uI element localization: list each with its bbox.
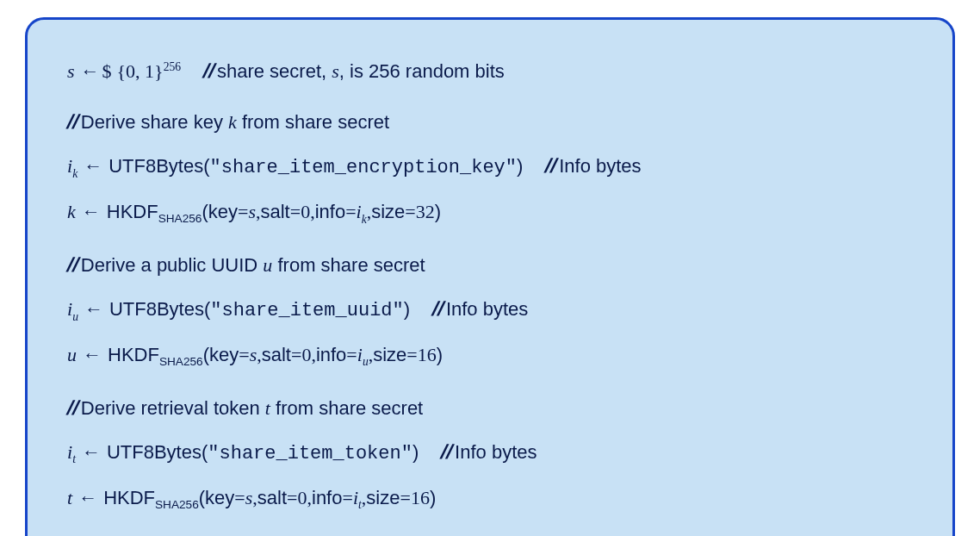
arrow: ←: [78, 296, 109, 322]
bit-set: {0, 1}256: [117, 59, 182, 84]
line-ik-assign: ik ← UTF8Bytes ( "share_item_encryption_…: [67, 153, 913, 182]
param-key: key: [208, 199, 238, 225]
comment: // Info bytes: [441, 439, 537, 465]
comment-text: Derive a public UUID u from share secret: [81, 252, 425, 278]
string-literal: "share_item_token": [208, 441, 412, 467]
line-it-assign: it ← UTF8Bytes ( "share_item_token" ) //…: [67, 439, 913, 468]
comment: // Info bytes: [545, 153, 641, 179]
comment-text: Derive retrieval token t from share secr…: [81, 396, 423, 421]
var-s: s: [67, 59, 75, 84]
random-marker: $: [102, 59, 112, 84]
comment-slash-icon: //: [65, 109, 82, 135]
comment: // share secret, s, is 256 random bits: [203, 58, 505, 84]
comment-slash-icon: //: [544, 153, 561, 179]
comment-text: Info bytes: [455, 439, 537, 465]
arrow: ←: [72, 485, 103, 511]
line-u-assign: u ← HKDFSHA256 ( key = s, salt = 0, info…: [67, 342, 913, 371]
line-sample-s: s ← $ {0, 1}256 // share secret, s, is 2…: [67, 58, 913, 84]
comment: // Derive share key k from share secret: [67, 109, 389, 135]
param-size: size: [371, 199, 405, 225]
comment-slash-icon: //: [431, 296, 447, 322]
param-info: info: [315, 199, 345, 225]
fn-utf8bytes: UTF8Bytes: [109, 296, 204, 322]
var-it: it: [67, 439, 76, 468]
line-iu-assign: iu ← UTF8Bytes ( "share_item_uuid" ) // …: [67, 296, 913, 325]
line-t-assign: t ← HKDFSHA256 ( key = s, salt = 0, info…: [67, 485, 913, 514]
comment-text: Derive share key k from share secret: [81, 109, 389, 135]
comment-slash-icon: //: [65, 395, 82, 421]
comment-slash-icon: //: [202, 58, 218, 84]
comment: // Derive a public UUID u from share sec…: [67, 252, 425, 278]
comment: // Info bytes: [432, 296, 528, 322]
string-literal: "share_item_encryption_key": [210, 155, 517, 181]
comment: // Derive retrieval token t from share s…: [67, 395, 423, 421]
line-k-assign: k ← HKDFSHA256 ( key = s, salt = 0, info…: [67, 199, 913, 227]
section-heading-t: // Derive retrieval token t from share s…: [67, 395, 913, 421]
comment-text: Info bytes: [559, 153, 641, 179]
comment-slash-icon: //: [65, 252, 82, 278]
fn-hkdf: HKDFSHA256: [108, 342, 203, 371]
fn-hkdf: HKDFSHA256: [103, 485, 199, 514]
section-heading-u: // Derive a public UUID u from share sec…: [67, 252, 913, 278]
comment-text: share secret, s, is 256 random bits: [217, 59, 505, 84]
fn-utf8bytes: UTF8Bytes: [107, 439, 202, 465]
comment-slash-icon: //: [440, 439, 456, 465]
arrow: ←: [77, 342, 108, 368]
arrow: ←: [76, 439, 107, 465]
arrow: ←: [78, 153, 109, 179]
section-heading-k: // Derive share key k from share secret: [67, 109, 913, 135]
comment-text: Info bytes: [446, 296, 528, 322]
var-iu: iu: [67, 296, 78, 325]
var-u: u: [67, 342, 77, 368]
var-ik: ik: [67, 153, 78, 182]
fn-utf8bytes: UTF8Bytes: [109, 153, 203, 179]
var-k: k: [67, 199, 76, 225]
fn-hkdf: HKDFSHA256: [107, 199, 202, 227]
arrow: ←: [76, 199, 107, 225]
algorithm-panel: s ← $ {0, 1}256 // share secret, s, is 2…: [25, 17, 955, 536]
arrow: ←: [75, 59, 106, 84]
param-salt: salt: [260, 199, 289, 225]
string-literal: "share_item_uuid": [210, 298, 403, 324]
